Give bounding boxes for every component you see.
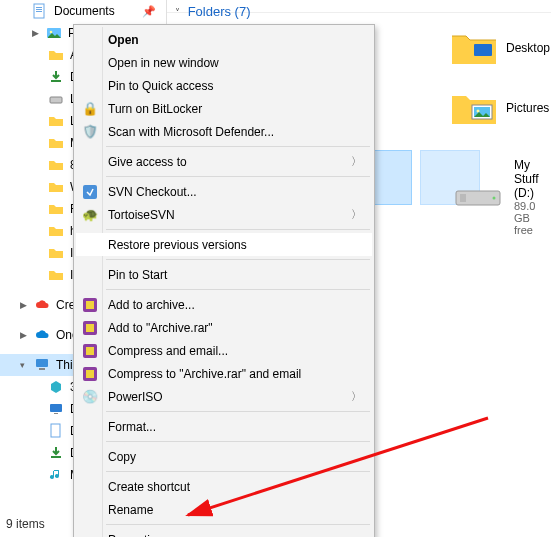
menu-give-access[interactable]: Give access to〉	[76, 150, 372, 173]
svg-rect-12	[51, 424, 60, 437]
menu-add-archive-rar[interactable]: Add to "Archive.rar"	[76, 316, 372, 339]
svg-point-19	[493, 197, 496, 200]
menu-svn-checkout[interactable]: SVN Checkout...	[76, 180, 372, 203]
3d-objects-icon	[48, 379, 64, 395]
folder-pictures-icon	[450, 88, 498, 128]
menu-label: Compress and email...	[108, 344, 228, 358]
folder-icon	[48, 201, 64, 217]
menu-format[interactable]: Format...	[76, 415, 372, 438]
svg-rect-1	[36, 7, 42, 8]
grid-item-label: My Stuff (D:)	[514, 158, 550, 200]
tortoisesvn-icon: 🐢	[82, 207, 98, 223]
menu-add-archive[interactable]: Add to archive...	[76, 293, 372, 316]
chevron-down-icon: ▾	[20, 361, 28, 370]
svg-rect-14	[474, 44, 492, 56]
grid-item-desktop[interactable]: Desktop	[450, 28, 550, 68]
svg-point-5	[50, 31, 53, 34]
menu-tortoisesvn[interactable]: 🐢TortoiseSVN〉	[76, 203, 372, 226]
svg-rect-25	[86, 324, 94, 332]
nav-label: Documents	[54, 4, 115, 18]
menu-label: Open	[108, 33, 139, 47]
chevron-right-icon: 〉	[351, 207, 362, 222]
winrar-icon	[82, 366, 98, 382]
svg-rect-29	[86, 370, 94, 378]
chevron-down-icon: ˅	[175, 7, 180, 18]
svg-rect-6	[51, 80, 61, 82]
menu-bitlocker[interactable]: 🔒Turn on BitLocker	[76, 97, 372, 120]
menu-label: Rename	[108, 503, 153, 517]
menu-label: Scan with Microsoft Defender...	[108, 125, 274, 139]
poweriso-icon: 💿	[82, 389, 98, 405]
menu-label: Pin to Quick access	[108, 79, 213, 93]
grid-item-my-stuff-drive[interactable]: My Stuff (D:) 89.0 GB free	[450, 158, 550, 236]
pictures-icon	[46, 25, 62, 41]
shield-icon: 🛡️	[82, 124, 98, 140]
this-pc-icon	[34, 357, 50, 373]
menu-pin-quick-access[interactable]: Pin to Quick access	[76, 74, 372, 97]
menu-label: Compress to "Archive.rar" and email	[108, 367, 301, 381]
chevron-right-icon: ▶	[32, 29, 40, 38]
svn-checkout-icon	[82, 184, 98, 200]
grid-item-subtext: 89.0 GB free	[514, 200, 550, 236]
chevron-right-icon: 〉	[351, 389, 362, 404]
folder-icon	[48, 113, 64, 129]
menu-label: Copy	[108, 450, 136, 464]
svg-rect-9	[39, 368, 45, 370]
menu-label: SVN Checkout...	[108, 185, 197, 199]
menu-create-shortcut[interactable]: Create shortcut	[76, 475, 372, 498]
downloads-icon	[48, 69, 64, 85]
grid-item-pictures[interactable]: Pictures	[450, 88, 550, 128]
menu-rename[interactable]: Rename	[76, 498, 372, 521]
grid-item-label: Pictures	[506, 101, 549, 115]
menu-properties[interactable]: Properties	[76, 528, 372, 537]
svg-rect-20	[460, 194, 466, 202]
pin-icon: 📌	[142, 5, 156, 18]
menu-separator	[106, 411, 370, 412]
creative-cloud-icon	[34, 297, 50, 313]
menu-separator	[106, 229, 370, 230]
svg-rect-3	[36, 11, 42, 12]
menu-separator	[106, 259, 370, 260]
svg-rect-23	[86, 301, 94, 309]
menu-label: Add to "Archive.rar"	[108, 321, 213, 335]
chevron-right-icon: 〉	[351, 154, 362, 169]
menu-copy[interactable]: Copy	[76, 445, 372, 468]
menu-label: Properties	[108, 533, 163, 538]
menu-label: Pin to Start	[108, 268, 167, 282]
folder-icon	[48, 157, 64, 173]
menu-compress-rar-email[interactable]: Compress to "Archive.rar" and email	[76, 362, 372, 385]
svg-rect-8	[36, 359, 48, 367]
folder-desktop-icon	[450, 28, 498, 68]
nav-item-documents[interactable]: Documents 📌	[0, 0, 166, 22]
item-count: 9 items	[6, 517, 45, 531]
folder-icon	[48, 179, 64, 195]
svg-rect-21	[83, 185, 97, 199]
folder-icon	[48, 135, 64, 151]
documents-icon	[48, 423, 64, 439]
folder-icon	[48, 223, 64, 239]
menu-label: TortoiseSVN	[108, 208, 175, 222]
context-menu: Open Open in new window Pin to Quick acc…	[73, 24, 375, 537]
menu-open[interactable]: Open	[76, 28, 372, 51]
desktop-icon	[48, 401, 64, 417]
folders-header-label: Folders (7)	[188, 4, 251, 19]
menu-separator	[106, 471, 370, 472]
menu-compress-email[interactable]: Compress and email...	[76, 339, 372, 362]
svg-rect-11	[54, 413, 58, 414]
folder-icon	[48, 245, 64, 261]
folder-icon	[48, 47, 64, 63]
menu-pin-start[interactable]: Pin to Start	[76, 263, 372, 286]
menu-restore-previous[interactable]: Restore previous versions	[76, 233, 372, 256]
winrar-icon	[82, 297, 98, 313]
folders-header[interactable]: ˅ Folders (7)	[175, 4, 250, 19]
winrar-icon	[82, 320, 98, 336]
menu-open-new-window[interactable]: Open in new window	[76, 51, 372, 74]
drive-icon	[48, 91, 64, 107]
menu-label: Restore previous versions	[108, 238, 247, 252]
menu-separator	[106, 441, 370, 442]
menu-defender[interactable]: 🛡️Scan with Microsoft Defender...	[76, 120, 372, 143]
menu-label: Open in new window	[108, 56, 219, 70]
grid-item-label: Desktop	[506, 41, 550, 55]
menu-poweriso[interactable]: 💿PowerISO〉	[76, 385, 372, 408]
svg-rect-7	[50, 97, 62, 103]
